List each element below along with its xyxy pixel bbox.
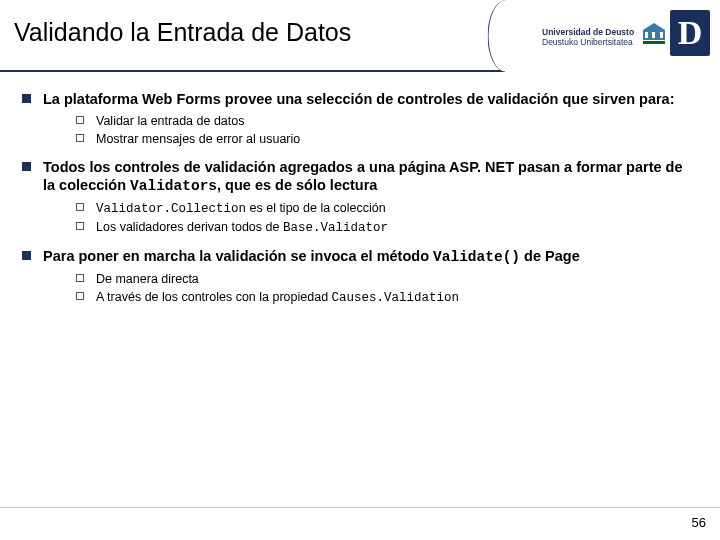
sub-list-item: A través de los controles con la propied… xyxy=(76,289,698,307)
list-item: La plataforma Web Forms provee una selec… xyxy=(22,90,698,109)
square-bullet-icon xyxy=(22,251,31,260)
sub-bullet-text: Validator.Collection es el tipo de la co… xyxy=(96,200,386,218)
logo-text: Universidad de Deusto Deustuko Unibertsi… xyxy=(542,28,652,48)
sub-bullet-text: De manera directa xyxy=(96,271,199,288)
logo-letter: D xyxy=(670,10,710,56)
page-number: 56 xyxy=(692,515,706,530)
list-item: Para poner en marcha la validación se in… xyxy=(22,247,698,267)
square-bullet-icon xyxy=(22,94,31,103)
box-bullet-icon xyxy=(76,203,84,211)
logo-area: Universidad de Deusto Deustuko Unibertsi… xyxy=(460,0,720,72)
sub-bullet-text: Los validadores derivan todos de Base.Va… xyxy=(96,219,388,237)
footer-divider xyxy=(0,507,720,508)
square-bullet-icon xyxy=(22,162,31,171)
sub-bullet-text: Mostrar mensajes de error al usuario xyxy=(96,131,300,148)
logo-line2: Deustuko Unibertsitatea xyxy=(542,38,652,48)
sub-list-item: Los validadores derivan todos de Base.Va… xyxy=(76,219,698,237)
slide-title: Validando la Entrada de Datos xyxy=(14,18,351,47)
sub-bullet-text: A través de los controles con la propied… xyxy=(96,289,459,307)
sub-bullet-text: Validar la entrada de datos xyxy=(96,113,244,130)
bullet-text: La plataforma Web Forms provee una selec… xyxy=(43,90,674,109)
box-bullet-icon xyxy=(76,274,84,282)
sub-list-item: Mostrar mensajes de error al usuario xyxy=(76,131,698,148)
sub-list: Validator.Collection es el tipo de la co… xyxy=(76,200,698,237)
sub-list-item: Validator.Collection es el tipo de la co… xyxy=(76,200,698,218)
bullet-text: Todos los controles de validación agrega… xyxy=(43,158,698,197)
university-logo: Universidad de Deusto Deustuko Unibertsi… xyxy=(641,10,710,56)
sub-list: De manera directa A través de los contro… xyxy=(76,271,698,307)
box-bullet-icon xyxy=(76,292,84,300)
list-item: Todos los controles de validación agrega… xyxy=(22,158,698,197)
bullet-text: Para poner en marcha la validación se in… xyxy=(43,247,580,267)
slide-header: Validando la Entrada de Datos Universida… xyxy=(0,0,720,72)
slide-content: La plataforma Web Forms provee una selec… xyxy=(0,72,720,307)
sub-list-item: De manera directa xyxy=(76,271,698,288)
box-bullet-icon xyxy=(76,134,84,142)
sub-list: Validar la entrada de datos Mostrar mens… xyxy=(76,113,698,148)
sub-list-item: Validar la entrada de datos xyxy=(76,113,698,130)
box-bullet-icon xyxy=(76,116,84,124)
box-bullet-icon xyxy=(76,222,84,230)
